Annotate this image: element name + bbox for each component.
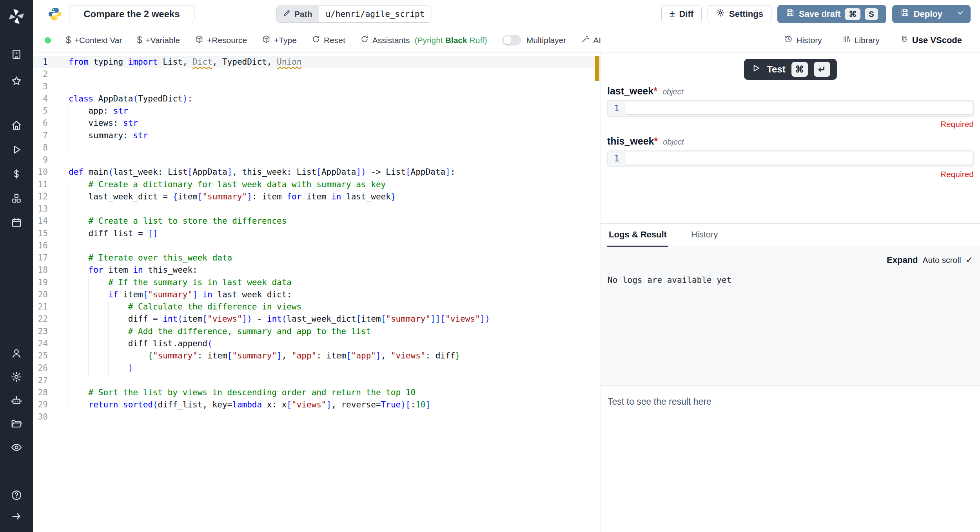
history-button[interactable]: History — [784, 35, 822, 45]
deploy-dropdown-button[interactable] — [950, 5, 970, 23]
sidebar-item-runs[interactable] — [0, 138, 33, 161]
code-editor[interactable]: 1from typing import List, Dict, TypedDic… — [33, 52, 601, 532]
code-line[interactable]: 16 — [33, 240, 601, 252]
arg-input-last-week[interactable]: 1 — [607, 100, 974, 117]
code-line[interactable]: 15 diff_list = [] — [33, 228, 601, 240]
code-line[interactable]: 22 diff = int(item["views"]) - int(last_… — [33, 313, 601, 325]
sidebar-item-folders[interactable] — [0, 412, 33, 436]
code-line[interactable]: 28 # Sort the list by views in descendin… — [33, 387, 601, 399]
toggle-knob — [503, 36, 512, 44]
code-line[interactable]: 23 # Add the difference, summary and app… — [33, 326, 601, 338]
line-number: 10 — [33, 166, 48, 178]
library-button[interactable]: Library — [842, 35, 880, 45]
add-variable-button[interactable]: $ +Variable — [137, 35, 180, 45]
check-icon: ✓ — [966, 255, 973, 265]
arg-name-last-week: last_week* — [607, 85, 657, 97]
editor-toolbar-right: History Library Use VScode — [784, 35, 980, 46]
code-line[interactable]: 12 last_week_dict = {item["summary"]: it… — [33, 191, 601, 203]
code-line[interactable]: 24 diff_list.append( — [33, 338, 601, 350]
code-line[interactable]: 30 — [33, 411, 601, 423]
line-number: 16 — [33, 240, 48, 252]
sidebar-item-settings[interactable] — [0, 365, 33, 389]
black-status: Black — [445, 36, 467, 45]
deploy-button[interactable]: Deploy — [892, 5, 971, 23]
path-label: Path — [294, 9, 312, 19]
sidebar-item-resources[interactable] — [0, 186, 33, 210]
line-number: 26 — [33, 362, 48, 374]
code-line[interactable]: 20 if item["summary"] in last_week_dict: — [33, 289, 601, 301]
sidebar-item-workers[interactable] — [0, 389, 33, 412]
logs-panel: Expand Auto scroll ✓ No logs are availab… — [601, 247, 980, 386]
code-line[interactable]: 25 {"summary": item["summary"], "app": i… — [33, 350, 601, 362]
reset-button[interactable]: Reset — [312, 35, 345, 45]
save-draft-label: Save draft — [799, 9, 840, 19]
add-type-button[interactable]: +Type — [262, 35, 297, 45]
code-line[interactable]: 5 app: str — [33, 105, 601, 117]
code-line[interactable]: 18 for item in this_week: — [33, 264, 601, 276]
sidebar-item-audit[interactable] — [0, 436, 33, 459]
use-vscode-button[interactable]: Use VScode — [900, 35, 962, 46]
windmill-logo-icon[interactable] — [0, 5, 33, 28]
autoscroll-toggle[interactable]: Auto scroll — [923, 255, 961, 265]
sidebar-item-workspace[interactable] — [0, 43, 33, 66]
save-draft-button[interactable]: Save draft ⌘ S — [777, 5, 886, 23]
code-lines: 1from typing import List, Dict, TypedDic… — [33, 52, 601, 423]
code-line[interactable]: 21 # Calculate the difference in views — [33, 301, 601, 313]
line-number: 28 — [33, 387, 48, 399]
code-line[interactable]: 27 — [33, 375, 601, 387]
code-line[interactable]: 29 return sorted(diff_list, key=lambda x… — [33, 399, 601, 411]
script-name: Compare the 2 weeks — [83, 9, 180, 20]
required-error: Required — [607, 119, 974, 129]
code-line[interactable]: 19 # If the summary is in last_week data — [33, 277, 601, 289]
sidebar-item-variables[interactable] — [0, 162, 33, 186]
expand-button[interactable]: Expand — [887, 255, 918, 265]
code-line[interactable]: 13 — [33, 203, 601, 215]
sidebar-item-schedules[interactable] — [0, 211, 33, 234]
code-line[interactable]: 3 — [33, 81, 601, 93]
sidebar-item-home[interactable] — [0, 114, 33, 137]
settings-button[interactable]: Settings — [708, 5, 771, 23]
package-icon — [195, 35, 203, 45]
code-line[interactable]: 17 # Iterate over this_week data — [33, 252, 601, 264]
code-line[interactable]: 11 # Create a dictionary for last_week d… — [33, 179, 601, 191]
arg-input-this-week[interactable]: 1 — [607, 150, 974, 167]
path-edit-chip[interactable]: Path — [277, 6, 319, 22]
python-icon — [48, 7, 62, 21]
sidebar-item-help[interactable] — [0, 483, 33, 507]
diff-button[interactable]: ± Diff — [661, 5, 702, 23]
line-number: 24 — [33, 338, 48, 350]
s-key-badge: S — [865, 8, 878, 20]
path-field[interactable]: Path u/henri/agile_script — [276, 5, 432, 23]
sidebar-collapse[interactable] — [0, 505, 33, 528]
code-line[interactable]: 14 # Create a list to store the differen… — [33, 215, 601, 227]
multiplayer-label: Multiplayer — [526, 36, 566, 45]
sidebar-item-favorites[interactable] — [0, 69, 33, 93]
add-context-var-button[interactable]: $ +Context Var — [66, 35, 122, 45]
package-icon — [262, 35, 270, 45]
code-line[interactable]: 6 views: str — [33, 117, 601, 129]
input-field[interactable] — [626, 102, 972, 115]
add-resource-button[interactable]: +Resource — [195, 35, 247, 45]
tab-logs-result[interactable]: Logs & Result — [607, 224, 668, 247]
sidebar-item-users[interactable] — [0, 342, 33, 365]
code-line[interactable]: 9 — [33, 154, 601, 166]
variable-label: +Variable — [145, 36, 180, 45]
library-icon — [842, 35, 851, 45]
test-button[interactable]: Test ⌘ ↵ — [744, 59, 837, 80]
indent-guide — [69, 375, 69, 387]
line-number: 14 — [33, 215, 48, 227]
multiplayer-toggle[interactable] — [502, 35, 521, 45]
code-line[interactable]: 2 — [33, 68, 601, 80]
code-line[interactable]: 8 — [33, 142, 601, 154]
script-name-input[interactable]: Compare the 2 weeks — [69, 5, 194, 23]
tab-history[interactable]: History — [690, 224, 719, 247]
code-line[interactable]: 4class AppData(TypedDict): — [33, 93, 601, 105]
code-line[interactable]: 26 ) — [33, 362, 601, 374]
line-content: if item["summary"] in last_week_dict: — [69, 289, 292, 301]
assistants-button[interactable]: Assistants — [360, 35, 410, 45]
input-field[interactable] — [626, 152, 972, 165]
code-line[interactable]: 1from typing import List, Dict, TypedDic… — [33, 56, 601, 68]
code-line[interactable]: 7 summary: str — [33, 130, 601, 142]
code-line[interactable]: 10def main(last_week: List[AppData], thi… — [33, 166, 601, 178]
ai-button[interactable]: AI — [581, 35, 601, 45]
